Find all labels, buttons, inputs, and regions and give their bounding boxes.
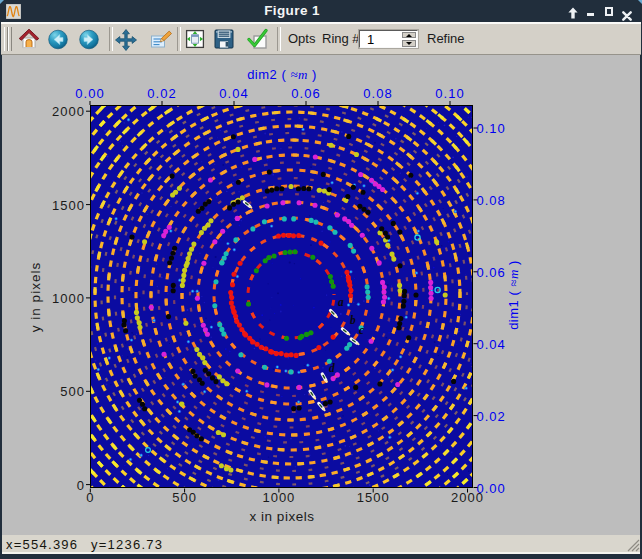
svg-text:a: a: [338, 296, 344, 308]
svg-text:c: c: [359, 324, 364, 336]
svg-text:b: b: [350, 314, 356, 326]
svg-text:d: d: [329, 362, 335, 374]
